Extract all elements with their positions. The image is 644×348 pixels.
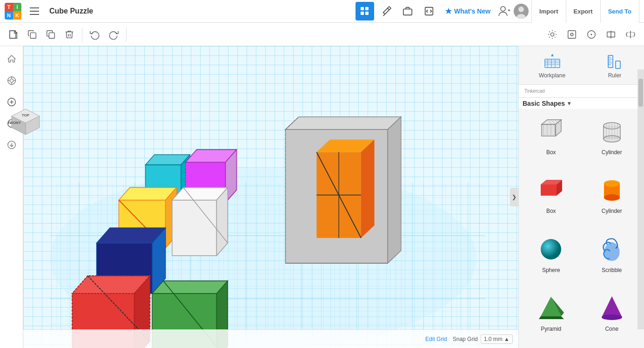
shape-item-sphere[interactable]: Sphere — [521, 229, 582, 287]
panel-header: Tinkercad — [519, 85, 644, 98]
toolbar-right-group — [543, 26, 639, 43]
toolbar-separator-2 — [126, 27, 127, 41]
snap-grid-area: Snap Grid 1.0 mm ▲ — [453, 334, 513, 344]
ruler-button[interactable]: Ruler — [600, 50, 630, 81]
view-cube-area[interactable]: TOP FRONT — [5, 95, 47, 139]
rect-align-icon[interactable] — [602, 26, 620, 43]
toolbar-history-group — [86, 26, 122, 43]
shape-item-box-wire[interactable]: Box — [521, 111, 582, 170]
shape-label-box-wire: Box — [546, 149, 556, 156]
workplane-button[interactable]: Workplane — [533, 50, 571, 81]
snap-value: 1.0 mm — [484, 336, 503, 342]
workplane-label: Workplane — [539, 72, 565, 79]
shape-label-cyl-wire: Cylinder — [602, 149, 622, 156]
svg-marker-135 — [539, 316, 564, 319]
copy-button[interactable] — [23, 26, 41, 43]
svg-marker-125 — [541, 184, 557, 196]
ruler-label: Ruler — [608, 72, 622, 79]
send-to-button[interactable]: Send To — [601, 0, 639, 23]
duplicate-button[interactable] — [42, 26, 60, 43]
target-button[interactable] — [3, 72, 20, 89]
pyramid-icon — [536, 293, 566, 323]
svg-point-16 — [518, 7, 524, 12]
svg-point-32 — [10, 79, 13, 82]
scrollbar[interactable] — [637, 69, 644, 329]
nav-icons: What's New — [356, 0, 639, 23]
export-button[interactable]: Export — [566, 0, 601, 23]
new-button[interactable] — [5, 26, 22, 43]
avatar — [514, 4, 529, 19]
viewport[interactable]: Edit Grid Snap Grid 1.0 mm ▲ — [23, 46, 518, 348]
mirror-icon[interactable] — [622, 26, 639, 43]
svg-rect-3 — [361, 7, 364, 10]
svg-marker-11 — [445, 8, 452, 14]
tinkercad-logo[interactable]: T I N K — [5, 3, 21, 20]
briefcase-icon[interactable] — [398, 2, 417, 20]
shape-label-pyramid: Pyramid — [541, 326, 561, 332]
svg-marker-53 — [286, 117, 401, 130]
shape-item-cyl-wire[interactable]: Cylinder — [582, 111, 643, 170]
sphere-icon — [536, 234, 566, 264]
edit-grid-button[interactable]: Edit Grid — [425, 336, 447, 342]
menu-icon[interactable] — [25, 2, 44, 20]
redo-button[interactable] — [105, 26, 122, 43]
shape-label-scribble: Scribble — [602, 267, 622, 273]
light-icon[interactable] — [543, 26, 561, 43]
svg-rect-4 — [365, 7, 369, 10]
scribble-icon — [597, 234, 627, 264]
circle-dot-icon[interactable] — [583, 26, 600, 43]
shape-label-cyl-orange: Cylinder — [602, 208, 622, 214]
box-red-icon — [536, 175, 566, 205]
right-panel: Workplane — [518, 46, 644, 348]
category-dropdown[interactable]: Basic Shapes ▾ — [519, 98, 644, 109]
shapes-grid: Box — [519, 109, 644, 348]
main-area: TOP FRONT — [0, 46, 644, 348]
whats-new-label: What's New — [454, 7, 490, 15]
undo-button[interactable] — [86, 26, 104, 43]
cyl-orange-icon — [597, 175, 627, 205]
svg-point-137 — [602, 314, 622, 320]
svg-rect-104 — [616, 61, 620, 68]
svg-rect-0 — [30, 7, 39, 8]
snap-chevron-icon: ▲ — [504, 336, 510, 342]
shape-label-cone: Cone — [605, 326, 618, 332]
svg-marker-86 — [152, 281, 228, 293]
svg-marker-60 — [361, 139, 375, 238]
home-button[interactable] — [3, 51, 20, 68]
snap-grid-select[interactable]: 1.0 mm ▲ — [481, 334, 513, 344]
logo-cell-t: T — [5, 3, 13, 11]
import-button[interactable]: Import — [532, 0, 566, 23]
workplane-ruler-area: Workplane — [519, 46, 644, 85]
add-user-icon — [497, 4, 512, 19]
svg-point-25 — [570, 33, 573, 36]
delete-button[interactable] — [60, 26, 78, 43]
panel-collapse-button[interactable]: ❯ — [510, 188, 518, 206]
svg-rect-90 — [545, 59, 560, 68]
shape-item-scribble[interactable]: Scribble — [582, 229, 643, 287]
svg-point-131 — [604, 180, 620, 187]
view-cube[interactable]: TOP FRONT — [5, 95, 47, 137]
shape-item-cone[interactable]: Cone — [582, 287, 643, 346]
user-area[interactable] — [497, 4, 529, 19]
whats-new-button[interactable]: What's New — [441, 6, 494, 17]
code-icon[interactable] — [420, 2, 438, 20]
hammer-icon[interactable] — [377, 2, 396, 20]
shape-item-pyramid[interactable]: Pyramid — [521, 287, 582, 346]
scrollbar-thumb[interactable] — [638, 79, 643, 107]
shape-item-cyl-orange[interactable]: Cylinder — [582, 170, 643, 228]
cyl-wire-icon — [597, 116, 627, 146]
svg-text:TOP: TOP — [22, 113, 30, 117]
svg-point-23 — [550, 33, 554, 36]
ie-buttons: Import Export Send To — [531, 0, 639, 23]
download-button[interactable] — [3, 136, 20, 153]
apps-icon[interactable] — [356, 2, 374, 20]
shape-outline-icon[interactable] — [563, 26, 581, 43]
chevron-down-icon: ▾ — [568, 100, 570, 107]
svg-rect-5 — [361, 12, 364, 15]
shape-item-box-red[interactable]: Box — [521, 170, 582, 228]
svg-rect-6 — [365, 12, 369, 15]
svg-text:FRONT: FRONT — [8, 121, 21, 125]
chevron-right-icon: ❯ — [512, 194, 517, 200]
svg-marker-54 — [388, 117, 401, 263]
category-brand-label: Tinkercad — [524, 89, 545, 94]
